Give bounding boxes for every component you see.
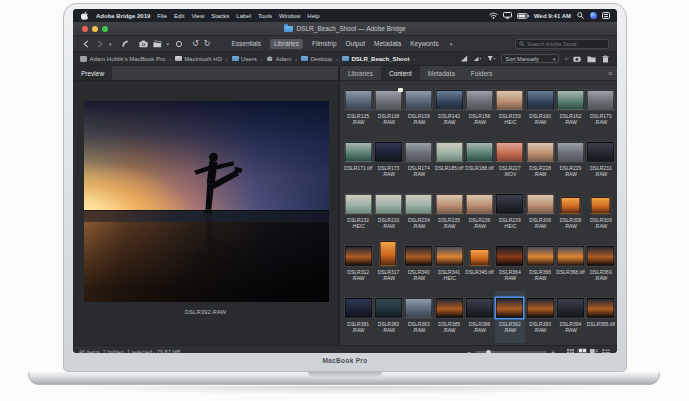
thumbnail-cell[interactable]: DSLR364 .RAW: [495, 239, 525, 291]
thumbnail-cell[interactable]: DSLR233 .RAW: [373, 187, 403, 239]
menu-item[interactable]: Window: [279, 13, 300, 19]
thumbnail-image[interactable]: [345, 90, 372, 110]
thumbnail-cell[interactable]: DSLR231 .RAW: [586, 135, 616, 187]
thumbnail-image[interactable]: [375, 90, 402, 110]
workspace-tab[interactable]: Keywords: [410, 40, 439, 47]
menu-item[interactable]: Stacks: [211, 13, 229, 19]
thumbnail-cell[interactable]: DSLR138 .RAW: [373, 83, 403, 135]
thumbnail-image[interactable]: [380, 241, 396, 266]
thumbnail-image[interactable]: [436, 142, 463, 162]
thumbnail-image[interactable]: [557, 298, 584, 318]
thumbnail-cell[interactable]: DSLR125 .RAW: [343, 83, 373, 135]
thumbnail-image[interactable]: [466, 194, 493, 214]
thumbnail-cell[interactable]: DSLR139 .RAW: [404, 83, 434, 135]
thumbnail-cell[interactable]: DSLR381 .RAW: [343, 291, 373, 343]
refine-loupe-icon[interactable]: [174, 39, 183, 48]
thumbnail-cell[interactable]: DSLR309 .RAW: [586, 187, 616, 239]
menu-item[interactable]: Label: [236, 13, 251, 19]
breadcrumb-item[interactable]: Users ›: [232, 56, 264, 62]
list-view-button[interactable]: [601, 348, 611, 354]
thumbnail-image[interactable]: [436, 298, 463, 318]
detail-view-button[interactable]: [589, 348, 599, 354]
thumbnail-cell[interactable]: DSLR158 .RAW: [464, 83, 494, 135]
thumbnail-cell[interactable]: DSLR340 .RAW: [404, 239, 434, 291]
breadcrumb-item[interactable]: Desktop ›: [301, 56, 339, 62]
back-button[interactable]: [81, 39, 90, 48]
thumbnail-cell[interactable]: DSLR386 .RAW: [464, 291, 494, 343]
delete-trash-icon[interactable]: [601, 54, 610, 63]
thumbnail-image[interactable]: [345, 246, 372, 266]
search-input[interactable]: [527, 41, 605, 47]
thumbnail-image[interactable]: [405, 142, 432, 162]
workspace-tab[interactable]: Essentials: [231, 40, 261, 47]
thumbnail-image[interactable]: [591, 197, 610, 214]
menu-item[interactable]: View: [191, 13, 204, 19]
thumbnail-cell[interactable]: DSLR392 .RAW: [495, 291, 525, 343]
thumbnail-image[interactable]: [466, 142, 493, 162]
thumbnail-cell[interactable]: DSLR382 .RAW: [373, 291, 403, 343]
menu-item[interactable]: Adobe Bridge 2019: [96, 13, 150, 19]
breadcrumb-item[interactable]: DSLR_Beach_Shoot ›: [342, 56, 416, 62]
thumbnail-image[interactable]: [496, 246, 523, 266]
thumbnail-image[interactable]: [527, 90, 554, 110]
siri-icon[interactable]: [590, 12, 597, 19]
thumbnail-image[interactable]: [405, 298, 432, 318]
thumbnail-image[interactable]: [496, 194, 523, 214]
thumbnail-cell[interactable]: DSLR160 .RAW: [525, 83, 555, 135]
thumbnail-quality-dropdown-icon[interactable]: [473, 54, 482, 63]
panel-tab[interactable]: Libraries: [340, 66, 381, 80]
thumbnail-image[interactable]: [436, 246, 463, 266]
thumbnail-cell[interactable]: DSLR171.tiff: [343, 135, 373, 187]
thumbnail-size-slider[interactable]: − +: [467, 349, 555, 354]
forward-button[interactable]: [95, 39, 104, 48]
recent-files-dropdown-icon[interactable]: ▾: [109, 41, 112, 47]
thumbnail-cell[interactable]: DSLR188.tiff: [464, 135, 494, 187]
thumbnail-cell[interactable]: DSLR306 .RAW: [525, 187, 555, 239]
thumbnail-image[interactable]: [405, 246, 432, 266]
thumbnail-cell[interactable]: DSLR369 .RAW: [586, 239, 616, 291]
thumbnail-cell[interactable]: DSLR345.tiff: [464, 239, 494, 291]
preview-image[interactable]: [84, 101, 329, 302]
tab-preview[interactable]: Preview: [73, 66, 112, 80]
menu-item[interactable]: Edit: [174, 13, 184, 19]
panel-tab[interactable]: Metadata: [420, 66, 463, 80]
breadcrumb-item[interactable]: Macintosh HD ›: [175, 56, 229, 62]
slider-track[interactable]: [475, 351, 547, 353]
thumbnail-cell[interactable]: DSLR317 .RAW: [373, 239, 403, 291]
battery-icon[interactable]: [517, 11, 529, 20]
close-button[interactable]: [82, 26, 88, 32]
content-grid-panel[interactable]: DSLR125 .RAW DSLR138 .RAW: [340, 81, 617, 345]
thumbnail-image[interactable]: [587, 298, 614, 318]
import-camera-icon[interactable]: [573, 54, 582, 63]
thumbnail-cell[interactable]: DSLR385 .RAW: [434, 291, 464, 343]
wifi-icon[interactable]: [489, 11, 498, 20]
thumbnail-image[interactable]: [375, 298, 402, 318]
thumbnail-cell[interactable]: DSLR366 .RAW: [525, 239, 555, 291]
thumbnail-cell[interactable]: DSLR368.tiff: [555, 239, 585, 291]
panel-tab[interactable]: Folders: [463, 66, 501, 80]
thumbnail-image[interactable]: [587, 246, 614, 266]
folders-dropdown-icon[interactable]: ▾: [167, 41, 170, 47]
workspace-tab[interactable]: Output: [346, 40, 366, 47]
thumbnail-image[interactable]: [345, 194, 372, 214]
thumbnail-cell[interactable]: DSLR341 .HEIC: [434, 239, 464, 291]
thumbnail-image[interactable]: [436, 90, 463, 110]
rotate-right-icon[interactable]: ↻: [204, 40, 211, 48]
thumbnail-image[interactable]: [527, 298, 554, 318]
thumbnail-cell[interactable]: DSLR174 .RAW: [404, 135, 434, 187]
thumbnail-image[interactable]: [557, 142, 584, 162]
panel-menu-icon[interactable]: ≡: [603, 66, 617, 80]
workspace-tab[interactable]: Libraries: [270, 39, 303, 49]
menu-item[interactable]: File: [157, 13, 167, 19]
workspace-overflow-icon[interactable]: ▾: [450, 41, 453, 47]
display-airplay-icon[interactable]: [503, 11, 512, 20]
thumbnail-image[interactable]: [557, 246, 584, 266]
zoom-button[interactable]: [102, 26, 108, 32]
thumbnail-image[interactable]: [375, 194, 402, 214]
thumbnail-cell[interactable]: DSLR173 .RAW: [373, 135, 403, 187]
thumbnail-image[interactable]: [405, 90, 432, 110]
menu-item[interactable]: Help: [307, 13, 319, 19]
sort-ascending-icon[interactable]: ˄: [564, 56, 568, 62]
filter-dropdown-icon[interactable]: [487, 54, 496, 63]
notification-center-icon[interactable]: [602, 12, 610, 19]
